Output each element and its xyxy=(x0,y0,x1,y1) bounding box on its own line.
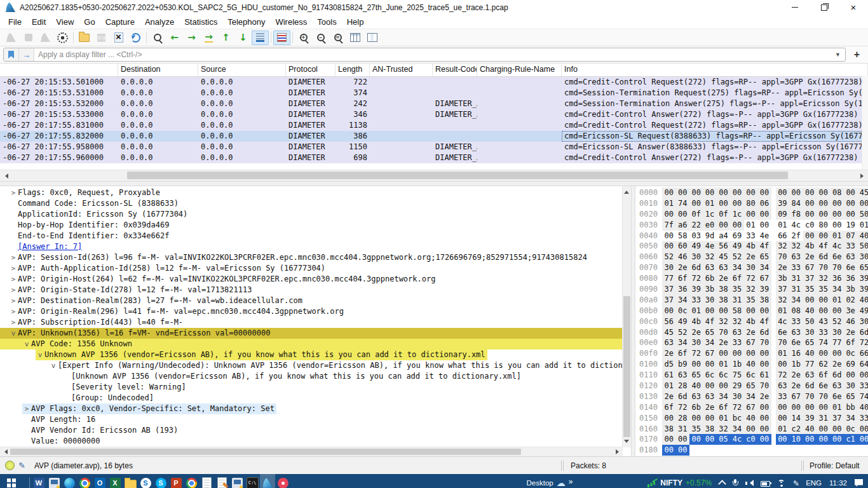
expander-open-icon[interactable]: v xyxy=(22,339,31,349)
hex-row[interactable]: 01800000 xyxy=(639,445,868,456)
taskbar-word-button[interactable] xyxy=(31,474,46,488)
hex-byte[interactable]: 63 xyxy=(689,391,703,402)
hex-byte[interactable]: 45 xyxy=(857,187,868,198)
hex-byte[interactable]: 70 xyxy=(803,391,817,402)
hex-byte[interactable]: 38 xyxy=(717,295,730,306)
detail-row[interactable]: [Answer In: 7] xyxy=(0,241,623,252)
column-header-info[interactable]: Info xyxy=(562,64,868,76)
packet-row[interactable]: -06-27 20:15:53.5320000.0.0.00.0.0.0DIAM… xyxy=(0,98,868,109)
hex-byte[interactable]: 4f xyxy=(757,241,771,252)
hex-row[interactable]: 0160383135383234000001c24000000c0000 xyxy=(639,424,868,435)
hex-byte[interactable]: 0f xyxy=(717,209,730,220)
hex-byte[interactable]: 45 xyxy=(717,252,730,262)
hex-row[interactable]: 00e0633430342e336770706e6574776f726b xyxy=(639,337,868,348)
hex-byte[interactable]: 65 xyxy=(744,381,757,391)
overflow-chevrons[interactable]: » xyxy=(569,477,573,486)
hex-byte[interactable]: 77 xyxy=(803,359,817,370)
hex-byte[interactable]: 00 xyxy=(830,306,843,316)
hex-byte[interactable]: 6e xyxy=(817,381,830,391)
hex-byte[interactable]: 00 xyxy=(744,348,757,359)
hex-byte[interactable]: 00 xyxy=(757,359,771,370)
hex-byte[interactable]: 39 xyxy=(857,284,868,295)
hex-byte[interactable]: 4b xyxy=(744,241,757,252)
hex-byte[interactable]: 33 xyxy=(844,241,857,252)
microphone-icon[interactable] xyxy=(732,479,738,487)
detail-row[interactable]: Value: 00000000 xyxy=(0,436,623,447)
pane-splitter[interactable] xyxy=(0,181,868,186)
hex-byte[interactable]: 70 xyxy=(776,252,789,262)
packet-row[interactable]: -06-27 20:15:53.5010000.0.0.00.0.0.0DIAM… xyxy=(0,77,868,88)
hex-byte[interactable]: 70 xyxy=(776,337,789,348)
hex-byte[interactable]: 39 xyxy=(803,413,817,424)
hex-byte[interactable]: 6f xyxy=(675,273,689,284)
hex-byte[interactable]: 63 xyxy=(789,327,803,338)
hex-byte[interactable]: 00 xyxy=(817,348,830,359)
filter-apply-button[interactable] xyxy=(19,48,34,61)
hex-byte[interactable]: 4f xyxy=(703,316,716,327)
hex-byte[interactable]: 28 xyxy=(675,413,689,424)
hex-byte[interactable]: 34 xyxy=(675,295,689,306)
hex-byte[interactable]: 00 xyxy=(830,198,843,209)
hex-byte[interactable]: 6f xyxy=(717,402,730,413)
hex-byte[interactable]: 00 xyxy=(744,209,757,220)
hex-byte[interactable]: 33 xyxy=(789,262,803,273)
hex-byte[interactable]: 31 xyxy=(789,284,803,295)
hex-byte[interactable]: 35 xyxy=(803,284,817,295)
hex-byte[interactable]: 4b xyxy=(744,316,757,327)
expander-closed-icon[interactable]: > xyxy=(9,306,18,317)
hex-byte[interactable]: 00 xyxy=(776,359,789,370)
menu-telephony[interactable]: Telephony xyxy=(222,16,270,28)
hex-byte[interactable]: 6d xyxy=(857,327,868,338)
hex-byte[interactable]: 69 xyxy=(844,359,857,370)
hex-byte[interactable]: 7f xyxy=(662,220,675,231)
hex-byte[interactable]: 37 xyxy=(803,273,817,284)
hex-byte[interactable]: 01 xyxy=(717,359,730,370)
close-file-button[interactable] xyxy=(110,30,127,45)
hex-byte[interactable]: 00 xyxy=(703,359,716,370)
hex-byte[interactable]: 40 xyxy=(744,413,757,424)
hex-byte[interactable]: 40 xyxy=(857,402,868,413)
hex-byte[interactable]: 00 xyxy=(830,424,843,435)
chevron-up-icon[interactable] xyxy=(718,480,726,488)
hex-byte[interactable]: 00 xyxy=(717,348,730,359)
hex-byte[interactable]: 40 xyxy=(857,231,868,241)
capture-comment-icon[interactable]: ✎ xyxy=(18,461,25,470)
detail-row[interactable]: >AVP: Subscription-Id(443) l=40 f=-M- xyxy=(0,317,623,328)
hex-byte[interactable]: 52 xyxy=(830,316,843,327)
go-forward-button[interactable] xyxy=(183,30,200,45)
expander-open-icon[interactable]: v xyxy=(9,328,18,339)
details-vscrollbar[interactable] xyxy=(622,186,631,447)
hex-byte[interactable]: 00 xyxy=(662,306,675,316)
column-header-length[interactable]: Length xyxy=(336,64,370,76)
taskbar-chrome-button[interactable] xyxy=(77,474,92,488)
hex-byte[interactable]: 00 xyxy=(844,198,857,209)
hex-byte[interactable]: 00 xyxy=(803,231,817,241)
hex-byte[interactable]: 72 xyxy=(857,337,868,348)
expander-closed-icon[interactable]: > xyxy=(9,252,18,263)
hex-byte[interactable]: 2e xyxy=(675,262,689,273)
hex-byte[interactable]: 49 xyxy=(675,316,689,327)
hex-byte[interactable]: 64 xyxy=(857,359,868,370)
hex-byte[interactable]: 00 xyxy=(675,445,689,456)
hex-byte[interactable]: 1c xyxy=(703,209,716,220)
hex-byte[interactable]: 56 xyxy=(717,241,730,252)
hex-byte[interactable]: 2e xyxy=(689,327,703,338)
hex-byte[interactable]: 2e xyxy=(662,391,675,402)
hex-byte[interactable]: 33 xyxy=(744,231,757,241)
hex-byte[interactable]: 33 xyxy=(789,316,803,327)
hex-byte[interactable]: 33 xyxy=(817,327,830,338)
hex-byte[interactable]: 37 xyxy=(662,295,675,306)
hex-byte[interactable]: 33 xyxy=(776,391,789,402)
hex-byte[interactable]: 6c xyxy=(717,370,730,381)
hex-byte[interactable]: 32 xyxy=(776,241,789,252)
hex-byte[interactable]: 74 xyxy=(817,337,830,348)
hex-byte[interactable]: 00 xyxy=(817,306,830,316)
hex-byte[interactable]: 6e xyxy=(830,252,843,262)
hex-byte[interactable]: 58 xyxy=(730,306,743,316)
hex-byte[interactable]: 00 xyxy=(717,306,730,316)
taskbar-powerpoint-button[interactable] xyxy=(168,474,184,488)
column-header-protocol[interactable]: Protocol xyxy=(286,64,336,76)
taskbar-remote-desktop-button[interactable] xyxy=(46,474,62,488)
hex-byte[interactable]: 00 xyxy=(717,187,730,198)
hex-byte[interactable]: 31 xyxy=(817,413,830,424)
